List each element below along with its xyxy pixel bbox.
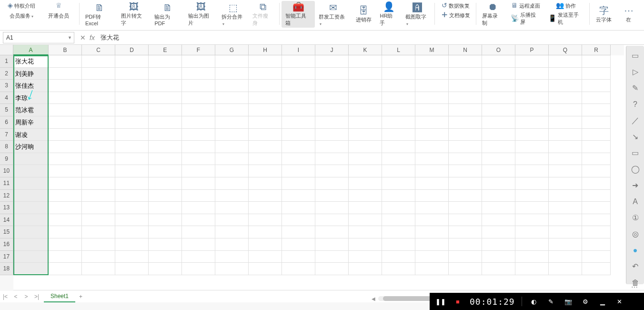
panel-icon[interactable]: ▭: [630, 51, 641, 61]
text-icon[interactable]: A: [630, 196, 641, 207]
cell[interactable]: [182, 141, 215, 153]
cell[interactable]: [149, 190, 182, 202]
cell[interactable]: [482, 68, 515, 80]
cell[interactable]: [82, 92, 115, 104]
cell[interactable]: [482, 251, 515, 263]
cell[interactable]: [215, 80, 249, 92]
cell[interactable]: [349, 68, 382, 80]
cell[interactable]: [315, 55, 349, 68]
cell[interactable]: [449, 177, 482, 190]
cell[interactable]: [582, 55, 611, 68]
row-header[interactable]: 1: [0, 55, 13, 68]
cell[interactable]: [549, 177, 582, 190]
smart-toolbox[interactable]: 🧰智能工具箱: [282, 1, 315, 28]
cell[interactable]: [515, 190, 549, 202]
cell[interactable]: [182, 55, 215, 68]
cloud-font[interactable]: 字云字体: [592, 1, 616, 28]
column-header[interactable]: C: [82, 45, 115, 55]
cell[interactable]: [182, 153, 215, 165]
cell[interactable]: [582, 251, 611, 263]
cell[interactable]: [249, 104, 282, 116]
cell[interactable]: [215, 55, 249, 68]
cell[interactable]: [415, 141, 449, 153]
cell[interactable]: [349, 165, 382, 177]
cell[interactable]: [115, 116, 149, 129]
cell[interactable]: [115, 177, 149, 190]
cell[interactable]: [449, 92, 482, 104]
open-membership[interactable]: ♕ 开通会员: [40, 1, 77, 28]
row-header[interactable]: 2: [0, 68, 13, 80]
cell[interactable]: [13, 177, 49, 190]
cell[interactable]: [382, 214, 415, 227]
inventory[interactable]: 🗄进销存: [351, 1, 376, 28]
cell[interactable]: [13, 226, 49, 238]
cell[interactable]: 周新辛: [13, 116, 49, 129]
cell[interactable]: [82, 129, 115, 141]
cell[interactable]: [315, 153, 349, 165]
cell[interactable]: [282, 80, 315, 92]
cell[interactable]: [349, 238, 382, 251]
cell[interactable]: [13, 251, 49, 263]
row-header[interactable]: 13: [0, 202, 13, 214]
cell[interactable]: [115, 80, 149, 92]
row-header[interactable]: 8: [0, 141, 13, 153]
cell[interactable]: [149, 177, 182, 190]
sheet-nav-last[interactable]: >|: [31, 293, 42, 300]
cell[interactable]: [449, 202, 482, 214]
cell[interactable]: [549, 68, 582, 80]
cell[interactable]: [215, 238, 249, 251]
cell[interactable]: [382, 251, 415, 263]
cell[interactable]: [282, 202, 315, 214]
cell[interactable]: [415, 190, 449, 202]
cell[interactable]: [515, 153, 549, 165]
cell[interactable]: [249, 55, 282, 68]
cell[interactable]: [149, 141, 182, 153]
cell[interactable]: [149, 238, 182, 251]
cell[interactable]: [282, 165, 315, 177]
camera-icon[interactable]: 📷: [563, 298, 574, 305]
cell[interactable]: [415, 153, 449, 165]
cell[interactable]: [249, 177, 282, 190]
column-header[interactable]: N: [449, 45, 482, 55]
cell[interactable]: [282, 92, 315, 104]
cell[interactable]: [215, 202, 249, 214]
cell[interactable]: [515, 251, 549, 263]
cell[interactable]: [349, 129, 382, 141]
cell[interactable]: [82, 190, 115, 202]
close-icon[interactable]: ✕: [614, 298, 625, 305]
cell[interactable]: [582, 177, 611, 190]
cell[interactable]: [49, 116, 82, 129]
cell[interactable]: [13, 202, 49, 214]
rect-icon[interactable]: ▭: [630, 148, 641, 158]
arrow-shape-icon[interactable]: ➜: [630, 180, 641, 191]
cell[interactable]: [82, 68, 115, 80]
collab-group[interactable]: 👥协作 📱发送至手机: [544, 1, 587, 28]
cell[interactable]: [149, 116, 182, 129]
cell[interactable]: [115, 263, 149, 275]
cell[interactable]: [482, 92, 515, 104]
row-header[interactable]: 9: [0, 153, 13, 165]
cell[interactable]: [315, 251, 349, 263]
sheet-tab-active[interactable]: Sheet1: [44, 291, 75, 302]
column-header[interactable]: F: [182, 45, 215, 55]
cell[interactable]: [349, 80, 382, 92]
cell[interactable]: [482, 190, 515, 202]
cell[interactable]: [249, 80, 282, 92]
cell[interactable]: [582, 68, 611, 80]
cell[interactable]: [549, 129, 582, 141]
cell[interactable]: [382, 68, 415, 80]
cell[interactable]: [549, 55, 582, 68]
cell[interactable]: [549, 214, 582, 227]
cell[interactable]: [382, 190, 415, 202]
cell[interactable]: [449, 238, 482, 251]
cell[interactable]: [149, 55, 182, 68]
cell[interactable]: [482, 165, 515, 177]
cell[interactable]: [182, 116, 215, 129]
cell[interactable]: [215, 68, 249, 80]
cell[interactable]: [415, 165, 449, 177]
cell[interactable]: [382, 55, 415, 68]
cell[interactable]: [115, 190, 149, 202]
online[interactable]: ⋯在: [616, 1, 641, 28]
cell[interactable]: [415, 68, 449, 80]
cell[interactable]: [482, 129, 515, 141]
